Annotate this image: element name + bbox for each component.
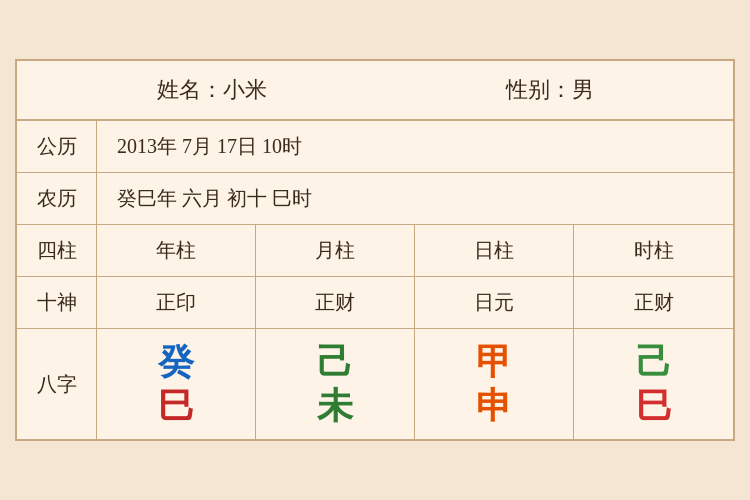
shishen-month: 正财 (256, 277, 415, 328)
pillars-cells: 年柱 月柱 日柱 时柱 (97, 225, 733, 276)
pillars-label: 四柱 (17, 225, 97, 276)
bazi-hour: 己 巳 (574, 329, 733, 439)
bazi-year-bottom: 巳 (158, 388, 194, 424)
bazi-hour-bottom: 巳 (636, 388, 672, 424)
pillar-day: 日柱 (415, 225, 574, 276)
calendar-row: 公历 2013年 7月 17日 10时 (17, 121, 733, 173)
bazi-label: 八字 (17, 329, 97, 439)
main-container: 姓名：小米 性别：男 公历 2013年 7月 17日 10时 农历 癸巳年 六月… (15, 59, 735, 441)
bazi-month-top: 己 (317, 344, 353, 380)
bazi-day-top: 甲 (476, 344, 512, 380)
pillar-month: 月柱 (256, 225, 415, 276)
lunar-value: 癸巳年 六月 初十 巳时 (97, 175, 733, 222)
lunar-row: 农历 癸巳年 六月 初十 巳时 (17, 173, 733, 225)
bazi-year: 癸 巳 (97, 329, 256, 439)
bazi-hour-top: 己 (636, 344, 672, 380)
bazi-year-top: 癸 (158, 344, 194, 380)
bazi-day-bottom: 申 (476, 388, 512, 424)
shishen-section: 十神 正印 正财 日元 正财 (17, 277, 733, 329)
calendar-value: 2013年 7月 17日 10时 (97, 123, 733, 170)
bazi-month: 己 未 (256, 329, 415, 439)
pillar-hour: 时柱 (574, 225, 733, 276)
bazi-month-bottom: 未 (317, 388, 353, 424)
bazi-cells: 癸 巳 己 未 甲 申 己 巳 (97, 329, 733, 439)
name-label: 姓名：小米 (157, 75, 267, 105)
bazi-day: 甲 申 (415, 329, 574, 439)
pillar-year: 年柱 (97, 225, 256, 276)
pillars-section: 四柱 年柱 月柱 日柱 时柱 (17, 225, 733, 277)
shishen-hour: 正财 (574, 277, 733, 328)
header-row: 姓名：小米 性别：男 (17, 61, 733, 121)
bazi-section: 八字 癸 巳 己 未 甲 申 己 巳 (17, 329, 733, 439)
calendar-label: 公历 (17, 121, 97, 172)
shishen-year: 正印 (97, 277, 256, 328)
gender-label: 性别：男 (506, 75, 594, 105)
shishen-label: 十神 (17, 277, 97, 328)
shishen-cells: 正印 正财 日元 正财 (97, 277, 733, 328)
shishen-day: 日元 (415, 277, 574, 328)
lunar-label: 农历 (17, 173, 97, 224)
